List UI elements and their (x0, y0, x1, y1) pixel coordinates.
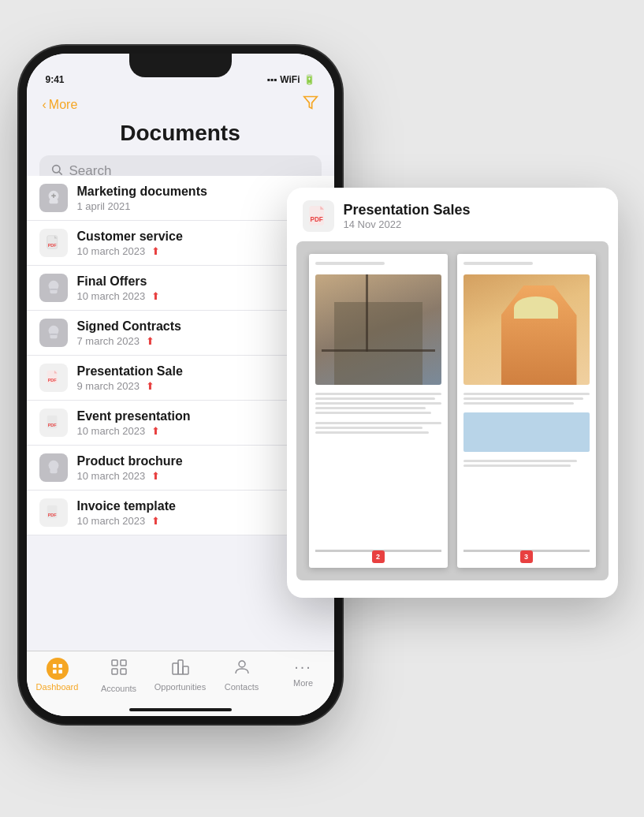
folder-icon (39, 453, 68, 482)
preview-header: PDF Presentation Sales 14 Nov 2022 (287, 188, 618, 241)
page-number-left: 2 (372, 550, 385, 563)
doc-name: Event presentation (77, 409, 322, 423)
preview-date: 14 Nov 2022 (344, 218, 471, 230)
svg-rect-4 (49, 200, 58, 204)
bottom-nav: Dashboard Accounts (27, 651, 334, 716)
svg-rect-27 (53, 670, 57, 673)
doc-date: 9 march 2023 ⬆ (77, 380, 322, 392)
back-label: More (49, 98, 77, 112)
preview-doc-info: Presentation Sales 14 Nov 2022 (344, 202, 471, 230)
svg-rect-35 (183, 666, 188, 674)
nav-item-dashboard[interactable]: Dashboard (27, 658, 88, 692)
nav-label-contacts: Contacts (225, 682, 259, 692)
svg-rect-25 (53, 664, 57, 668)
doc-info: Event presentation 10 march 2023 ⬆ (77, 409, 322, 437)
svg-rect-12 (50, 289, 57, 290)
more-icon: ··· (294, 658, 312, 676)
svg-marker-0 (303, 97, 317, 109)
svg-point-1 (52, 166, 59, 173)
svg-rect-32 (121, 669, 126, 674)
back-button[interactable]: ‹ More (43, 98, 78, 112)
doc-date: 10 march 2023 ⬆ (77, 425, 322, 437)
pdf-icon: PDF (39, 408, 68, 437)
doc-info: Final Offers 10 march 2023 ⬆ (77, 274, 322, 302)
dashboard-icon (47, 658, 69, 680)
doc-info: Customer service 10 march 2023 ⬆ (77, 229, 322, 257)
svg-rect-31 (112, 669, 117, 674)
nav-item-contacts[interactable]: Contacts (211, 658, 273, 692)
svg-rect-33 (173, 663, 178, 674)
pdf-icon: PDF (39, 498, 68, 527)
nav-label-dashboard: Dashboard (36, 682, 79, 692)
nav-item-accounts[interactable]: Accounts (88, 658, 150, 693)
page-number-right: 3 (520, 550, 533, 563)
nav-label-more: More (293, 678, 313, 688)
nav-bar: ‹ More (27, 88, 334, 118)
folder-icon (39, 184, 68, 212)
doc-info: Marketing documents 1 april 2021 (77, 185, 293, 212)
doc-info: Product brochure 10 march 2023 ⬆ (77, 454, 322, 482)
accounts-icon (110, 658, 128, 681)
nav-label-opportunities: Opportunities (154, 682, 206, 692)
svg-point-36 (239, 661, 245, 667)
svg-text:PDF: PDF (310, 216, 322, 223)
folder-icon (39, 274, 68, 302)
preview-title: Presentation Sales (344, 202, 471, 218)
svg-rect-22 (50, 468, 57, 473)
pdf-icon: PDF (39, 229, 68, 257)
nav-label-accounts: Accounts (101, 684, 136, 693)
svg-rect-34 (178, 660, 183, 674)
preview-pdf-icon: PDF (303, 200, 334, 232)
doc-date: 10 march 2023 ⬆ (77, 290, 322, 302)
opportunities-icon (171, 658, 190, 680)
doc-name: Signed Contracts (77, 319, 322, 334)
doc-date: 10 march 2023 ⬆ (77, 515, 293, 527)
doc-name: Invoice template (77, 499, 293, 513)
svg-line-2 (59, 172, 62, 175)
svg-rect-15 (50, 334, 57, 335)
svg-rect-28 (58, 670, 62, 673)
svg-text:PDF: PDF (47, 513, 57, 517)
doc-date: 7 march 2023 ⬆ (77, 335, 322, 347)
contacts-icon (233, 658, 251, 680)
doc-name: Marketing documents (77, 185, 293, 199)
doc-name: Final Offers (77, 274, 322, 289)
chevron-left-icon: ‹ (43, 98, 47, 112)
page-title: Documents (27, 118, 334, 155)
filter-button[interactable] (303, 95, 318, 114)
doc-date: 1 april 2021 (77, 200, 293, 212)
doc-date: 10 march 2023 ⬆ (77, 245, 322, 257)
svg-text:PDF: PDF (47, 378, 57, 382)
svg-rect-26 (58, 664, 62, 668)
preview-card: PDF Presentation Sales 14 Nov 2022 (287, 188, 618, 598)
nav-item-opportunities[interactable]: Opportunities (150, 658, 211, 692)
doc-name: Presentation Sale (77, 364, 322, 379)
pdf-icon: PDF (39, 364, 68, 392)
svg-text:PDF: PDF (47, 423, 57, 427)
doc-info: Invoice template 10 march 2023 ⬆ (77, 499, 293, 527)
svg-rect-29 (112, 660, 117, 666)
notch (129, 54, 232, 77)
home-indicator (129, 708, 232, 711)
doc-name: Product brochure (77, 454, 322, 468)
svg-rect-30 (121, 660, 126, 666)
folder-icon (39, 319, 68, 347)
nav-item-more[interactable]: ··· More (273, 658, 334, 688)
doc-info: Presentation Sale 9 march 2023 ⬆ (77, 364, 322, 392)
doc-name: Customer service (77, 229, 322, 244)
doc-info: Signed Contracts 7 march 2023 ⬆ (77, 319, 322, 347)
doc-date: 10 march 2023 ⬆ (77, 470, 322, 482)
svg-text:PDF: PDF (47, 243, 57, 248)
